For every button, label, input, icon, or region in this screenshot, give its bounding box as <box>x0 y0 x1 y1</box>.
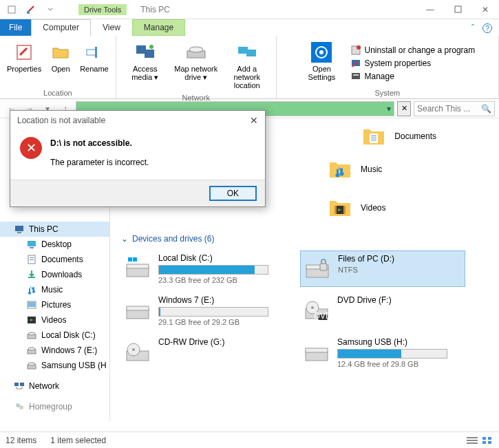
ok-button[interactable]: OK <box>209 186 257 201</box>
view-icons-button[interactable] <box>481 436 493 445</box>
tree-item[interactable]: Windows 7 (E:) <box>0 343 109 358</box>
context-tab-label: Drive Tools <box>78 4 127 15</box>
drive-item[interactable]: DVDDVD Drive (F:) <box>300 292 465 329</box>
drive-icon <box>124 253 151 281</box>
drive-item[interactable]: Windows 7 (E:)29.1 GB free of 29.2 GB <box>121 292 286 329</box>
tab-view[interactable]: View <box>91 19 132 36</box>
minimize-button[interactable]: — <box>416 0 444 19</box>
tree-item-icon <box>26 239 37 250</box>
manage-button[interactable]: Manage <box>348 70 478 83</box>
open-button[interactable]: Open <box>45 39 76 87</box>
status-selected: 1 item selected <box>50 436 106 445</box>
svg-point-62 <box>311 306 314 309</box>
drive-icon <box>124 337 151 365</box>
error-icon: ✕ <box>20 137 42 159</box>
svg-rect-76 <box>488 441 491 444</box>
chevron-up-icon[interactable]: ˆ <box>471 23 474 33</box>
access-media-button[interactable]: Access media ▾ <box>120 39 170 92</box>
drive-usage-bar <box>158 265 268 275</box>
ribbon-collapse[interactable]: ˆ ? <box>465 21 499 36</box>
qat-dropdown-icon[interactable] <box>44 3 56 16</box>
drive-icon <box>185 41 207 63</box>
open-settings-button[interactable]: Open Settings <box>297 39 346 87</box>
documents-folder-icon <box>361 124 386 149</box>
dialog-close-button[interactable]: ✕ <box>250 115 258 126</box>
network-icon <box>14 381 25 392</box>
manage-icon <box>350 71 361 82</box>
svg-text:DVD: DVD <box>314 311 330 321</box>
folder-videos[interactable]: Videos <box>328 195 385 220</box>
settings-icon <box>310 41 332 63</box>
system-properties-button[interactable]: System properties <box>348 57 478 70</box>
drive-item[interactable]: CD-RW Drive (G:) <box>121 334 286 371</box>
uninstall-icon <box>350 45 361 56</box>
monitors-icon <box>236 41 258 63</box>
close-button[interactable]: ✕ <box>471 0 499 19</box>
svg-rect-39 <box>20 383 24 386</box>
tree-item-icon <box>26 269 37 280</box>
tree-item[interactable]: Videos <box>0 312 109 328</box>
media-icon <box>134 41 156 63</box>
svg-rect-70 <box>467 437 478 438</box>
svg-rect-49 <box>335 206 337 214</box>
folder-open-icon <box>50 41 72 63</box>
tree-item-icon <box>26 299 37 310</box>
svg-rect-24 <box>30 247 34 248</box>
svg-point-37 <box>28 363 35 365</box>
drive-icon <box>303 337 330 365</box>
view-details-button[interactable] <box>466 436 478 445</box>
tree-this-pc[interactable]: This PC <box>0 222 109 237</box>
drive-icon: DVD <box>303 295 330 323</box>
rename-button[interactable]: Rename <box>77 39 112 87</box>
tree-item[interactable]: Samsung USB (H <box>0 358 109 373</box>
svg-rect-28 <box>28 277 35 278</box>
svg-rect-12 <box>246 50 256 56</box>
ribbon-group-location: Properties Open Rename Location <box>0 36 116 98</box>
tree-homegroup[interactable]: Homegroup <box>0 399 109 414</box>
maximize-button[interactable] <box>444 0 471 19</box>
qat-back-icon[interactable] <box>6 3 18 16</box>
tree-item[interactable]: Music <box>0 282 109 297</box>
drive-item[interactable]: Samsung USB (H:)12.4 GB free of 29.8 GB <box>300 334 465 371</box>
tab-manage[interactable]: Manage <box>132 19 185 36</box>
drive-usage-bar <box>158 307 268 317</box>
uninstall-button[interactable]: Uninstall or change a program <box>348 44 478 56</box>
properties-button[interactable]: Properties <box>4 39 44 87</box>
error-dialog: Location is not available ✕ ✕ D:\ is not… <box>10 110 266 207</box>
tree-item-icon <box>26 314 37 326</box>
tree-item[interactable]: Desktop <box>0 237 109 252</box>
search-input[interactable]: Search This ...🔍 <box>414 101 495 116</box>
svg-rect-72 <box>467 442 478 444</box>
folder-documents[interactable]: Documents <box>361 124 436 149</box>
svg-rect-5 <box>95 47 97 58</box>
tree-item-icon <box>26 360 37 371</box>
svg-rect-7 <box>145 50 154 58</box>
svg-rect-46 <box>371 138 376 138</box>
dialog-heading: D:\ is not accessible. <box>50 137 149 149</box>
svg-rect-20 <box>353 74 359 76</box>
chevron-down-icon: ⌄ <box>121 234 128 244</box>
drive-item[interactable]: Local Disk (C:)23.3 GB free of 232 GB <box>121 250 286 287</box>
folder-music[interactable]: Music <box>328 157 382 182</box>
help-icon[interactable]: ? <box>482 23 492 33</box>
svg-point-33 <box>28 332 35 335</box>
tree-item[interactable]: Local Disk (C:) <box>0 328 109 343</box>
tab-file[interactable]: File <box>0 19 31 36</box>
svg-rect-75 <box>482 441 486 444</box>
tree-item[interactable]: Documents <box>0 252 109 267</box>
add-location-button[interactable]: Add a network location <box>222 39 272 92</box>
tree-item[interactable]: Downloads <box>0 267 109 282</box>
map-drive-button[interactable]: Map network drive ▾ <box>171 39 221 92</box>
devices-section-header[interactable]: ⌄Devices and drives (6) <box>121 234 488 244</box>
tree-item[interactable]: Pictures <box>0 297 109 312</box>
svg-rect-38 <box>14 383 19 386</box>
tab-computer[interactable]: Computer <box>31 19 91 36</box>
drive-icon <box>124 295 151 323</box>
tree-network[interactable]: Network <box>0 378 109 394</box>
address-refresh-button[interactable]: ✕ <box>397 101 411 116</box>
svg-rect-23 <box>28 241 36 246</box>
window-title: This PC <box>140 5 170 14</box>
drive-item[interactable]: Files of PC (D:)NTFS <box>300 250 465 287</box>
svg-rect-22 <box>17 232 21 233</box>
qat-properties-icon[interactable] <box>25 3 37 16</box>
